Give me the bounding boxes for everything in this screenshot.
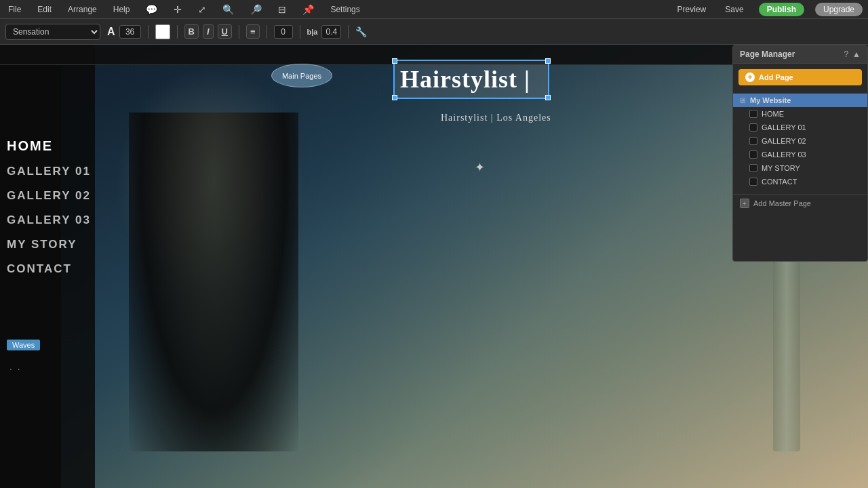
site-navigation: HOME GALLERY 01 GALLERY 02 GALLERY 03 MY… xyxy=(7,133,91,281)
add-page-button[interactable]: + Add Page xyxy=(738,69,862,85)
page-manager-title: Page Manager xyxy=(740,49,795,59)
page-item-gallery03[interactable]: GALLERY 03 xyxy=(733,148,867,161)
text-toolbar: Sensation A 36 B I U ≡ 0 b|a 0.4 🔧 xyxy=(0,19,868,45)
page-label-gallery03: GALLERY 03 xyxy=(762,150,806,159)
pm-collapse-icon[interactable]: ▲ xyxy=(852,49,861,59)
nav-mystory[interactable]: MY STORY xyxy=(7,232,91,257)
page-checkbox-contact[interactable] xyxy=(749,178,757,186)
menu-file[interactable]: File xyxy=(5,3,24,16)
page-manager-panel: Page Manager ? ▲ + Add Page 🖥 My Website… xyxy=(732,45,868,262)
arrange-icon[interactable]: ⊟ xyxy=(275,3,289,16)
search-icon[interactable]: 🔍 xyxy=(220,3,237,16)
nav-gallery02[interactable]: GALLERY 02 xyxy=(7,184,91,208)
page-checkbox-gallery03[interactable] xyxy=(749,150,757,159)
save-button[interactable]: Save xyxy=(721,3,747,16)
page-checkbox-gallery01[interactable] xyxy=(749,123,757,131)
page-item-website[interactable]: 🖥 My Website xyxy=(733,94,867,107)
dots-indicator: · · xyxy=(9,363,22,374)
page-item-home[interactable]: HOME xyxy=(733,107,867,121)
font-family-select[interactable]: Sensation xyxy=(5,24,100,40)
page-label-gallery02: GALLERY 02 xyxy=(762,137,806,145)
font-size-value[interactable]: 36 xyxy=(119,25,141,39)
add-page-label: Add Page xyxy=(759,73,793,81)
page-checkbox-mystory[interactable] xyxy=(749,164,757,172)
handle-bottomright[interactable] xyxy=(545,95,551,100)
menu-arrange[interactable]: Arrange xyxy=(65,3,100,16)
pm-help-icon[interactable]: ? xyxy=(844,49,848,59)
website-folder-icon: 🖥 xyxy=(738,96,746,104)
title-text[interactable]: Hairstylist | xyxy=(400,65,530,94)
waves-label[interactable]: Waves xyxy=(7,340,40,350)
page-manager-header: Page Manager ? ▲ xyxy=(733,45,867,64)
handle-topleft[interactable] xyxy=(392,58,397,64)
subtitle-text: Hairstylist | Los Angeles xyxy=(441,113,551,123)
font-color-picker[interactable] xyxy=(155,24,170,39)
page-website-label: My Website xyxy=(750,96,791,104)
page-label-contact: CONTACT xyxy=(762,178,797,186)
opacity-value[interactable]: 0.4 xyxy=(321,25,341,39)
main-pages-badge: Main Pages xyxy=(271,64,332,87)
page-checkbox-home[interactable] xyxy=(749,110,757,118)
separator-2 xyxy=(177,25,178,39)
handle-topright[interactable] xyxy=(545,58,551,64)
separator-3 xyxy=(239,25,239,39)
font-size-icon: A xyxy=(107,26,115,38)
italic-button[interactable]: I xyxy=(203,24,214,39)
add-page-plus-icon: + xyxy=(745,73,755,82)
nav-home[interactable]: HOME xyxy=(7,133,91,159)
page-label-home: HOME xyxy=(762,110,784,118)
separator-6 xyxy=(348,25,349,39)
master-page-icon: + xyxy=(740,199,749,208)
publish-button[interactable]: Publish xyxy=(759,3,804,16)
canvas-area: HOME GALLERY 01 GALLERY 02 GALLERY 03 MY… xyxy=(0,45,868,488)
page-label-gallery01: GALLERY 01 xyxy=(762,123,806,131)
pointer-icon[interactable]: ✛ xyxy=(171,3,184,16)
nav-gallery01[interactable]: GALLERY 01 xyxy=(7,159,91,184)
comment-icon[interactable]: 💬 xyxy=(143,3,160,16)
title-textbox[interactable]: Hairstylist | xyxy=(393,60,549,99)
bold-button[interactable]: B xyxy=(184,24,199,39)
upgrade-button[interactable]: Upgrade xyxy=(815,3,863,16)
settings-wrench-icon[interactable]: 🔧 xyxy=(355,26,367,37)
page-item-gallery02[interactable]: GALLERY 02 xyxy=(733,134,867,148)
page-item-contact[interactable]: CONTACT xyxy=(733,175,867,188)
page-list: 🖥 My Website HOME GALLERY 01 GALLERY 02 … xyxy=(733,91,867,191)
separator-1 xyxy=(148,25,149,39)
nav-gallery03[interactable]: GALLERY 03 xyxy=(7,208,91,232)
menu-edit[interactable]: Edit xyxy=(35,3,54,16)
page-label-mystory: MY STORY xyxy=(762,164,800,172)
page-item-mystory[interactable]: MY STORY xyxy=(733,161,867,175)
page-checkbox-gallery02[interactable] xyxy=(749,137,757,145)
pm-header-icons: ? ▲ xyxy=(844,49,861,59)
underline-button[interactable]: U xyxy=(218,24,232,39)
menu-help[interactable]: Help xyxy=(111,3,133,16)
zoom-icon[interactable]: 🔎 xyxy=(248,3,264,16)
align-button[interactable]: ≡ xyxy=(246,24,260,39)
handle-bottomleft[interactable] xyxy=(392,95,397,100)
separator-4 xyxy=(267,25,267,39)
letter-spacing-value[interactable]: 0 xyxy=(274,25,293,39)
person-silhouette xyxy=(129,113,298,451)
page-item-gallery01[interactable]: GALLERY 01 xyxy=(733,121,867,134)
separator-5 xyxy=(300,25,300,39)
resize-icon[interactable]: ⤢ xyxy=(195,3,209,16)
add-master-label: Add Master Page xyxy=(753,199,811,207)
preview-button[interactable]: Preview xyxy=(673,3,711,16)
add-master-page-button[interactable]: + Add Master Page xyxy=(733,194,867,212)
opacity-label: b|a xyxy=(307,28,318,36)
nav-contact[interactable]: CONTACT xyxy=(7,257,91,281)
menu-settings[interactable]: Settings xyxy=(328,3,362,16)
menu-bar: File Edit Arrange Help 💬 ✛ ⤢ 🔍 🔎 ⊟ 📌 Set… xyxy=(0,0,868,19)
pin-icon[interactable]: 📌 xyxy=(300,3,317,16)
